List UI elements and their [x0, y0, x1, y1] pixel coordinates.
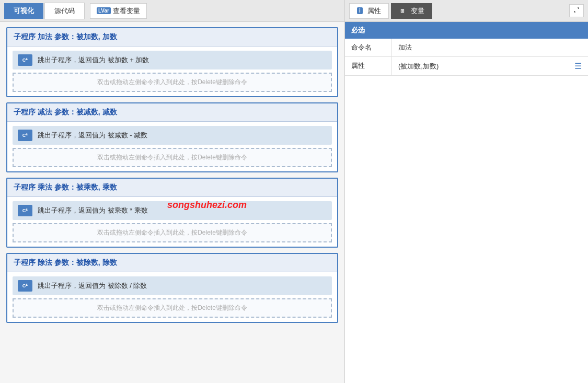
var-icon: ⊞: [399, 8, 406, 14]
prop-attributes-value-cell: (被加数,加数) ☰: [392, 57, 588, 75]
subroutine-div-body: C⁴ 跳出子程序，返回值为 被除数 / 除数 双击或拖动左侧命令插入到此处，按D…: [7, 272, 337, 322]
right-tab-properties-label: 属性: [367, 6, 381, 16]
expand-icon: [573, 7, 580, 13]
info-icon: i: [357, 7, 363, 14]
right-content: 必选 命令名 加法 属性 (被加数,加数) ☰: [345, 22, 588, 383]
drop-zone-div[interactable]: 双击或拖动左侧命令插入到此处，按Delete键删除命令: [13, 298, 332, 318]
prop-command-name-label: 命令名: [345, 39, 392, 56]
prop-row-command-name: 命令名 加法: [345, 39, 588, 57]
command-text-sub: 跳出子程序，返回值为 被减数 - 减数: [38, 131, 147, 140]
list-icon[interactable]: ☰: [574, 61, 582, 71]
main-content: 子程序 加法 参数：被加数, 加数 C⁴ 跳出子程序，返回值为 被加数 + 加数…: [0, 22, 344, 383]
drop-zone-mul[interactable]: 双击或拖动左侧命令插入到此处，按Delete键删除命令: [13, 223, 332, 242]
command-icon-add: C⁴: [18, 54, 32, 66]
command-row-mul[interactable]: C⁴ 跳出子程序，返回值为 被乘数 * 乘数: [13, 201, 332, 220]
properties-table: 命令名 加法 属性 (被加数,加数) ☰: [345, 39, 588, 76]
command-text-add: 跳出子程序，返回值为 被加数 + 加数: [38, 55, 149, 65]
subroutine-mul-header: 子程序 乘法 参数：被乘数, 乘数: [7, 179, 337, 197]
right-panel: i 属性 ⊞ 变量 必选 命令名 加法 属性: [345, 0, 588, 383]
right-tab-variables[interactable]: ⊞ 变量: [391, 3, 432, 19]
subroutine-div: 子程序 除法 参数：被除数, 除数 C⁴ 跳出子程序，返回值为 被除数 / 除数…: [6, 253, 338, 323]
prop-command-name-value: 加法: [392, 39, 588, 56]
left-panel: 可视化 源代码 LVar 查看变量 子程序 加法 参数：被加数, 加数 C⁴ 跳…: [0, 0, 345, 383]
lvar-icon: LVar: [97, 7, 111, 14]
subroutine-mul-body: C⁴ 跳出子程序，返回值为 被乘数 * 乘数 双击或拖动左侧命令插入到此处，按D…: [7, 197, 337, 247]
subroutine-mul: 子程序 乘法 参数：被乘数, 乘数 C⁴ 跳出子程序，返回值为 被乘数 * 乘数…: [6, 178, 338, 248]
subroutine-add-header: 子程序 加法 参数：被加数, 加数: [7, 28, 337, 47]
subroutine-sub-body: C⁴ 跳出子程序，返回值为 被减数 - 减数 双击或拖动左侧命令插入到此处，按D…: [7, 122, 337, 171]
command-row-add[interactable]: C⁴ 跳出子程序，返回值为 被加数 + 加数: [13, 51, 332, 69]
tab-source-code[interactable]: 源代码: [44, 3, 85, 19]
subroutine-add: 子程序 加法 参数：被加数, 加数 C⁴ 跳出子程序，返回值为 被加数 + 加数…: [6, 27, 338, 97]
prop-row-attributes: 属性 (被加数,加数) ☰: [345, 57, 588, 76]
subroutine-div-header: 子程序 除法 参数：被除数, 除数: [7, 254, 337, 272]
command-icon-mul: C⁴: [18, 205, 32, 216]
expand-button[interactable]: [569, 4, 584, 17]
command-row-sub[interactable]: C⁴ 跳出子程序，返回值为 被减数 - 减数: [13, 126, 332, 145]
subroutine-sub-header: 子程序 减法 参数：被减数, 减数: [7, 103, 337, 122]
prop-attributes-value: (被加数,加数): [398, 62, 439, 71]
command-row-div[interactable]: C⁴ 跳出子程序，返回值为 被除数 / 除数: [13, 276, 332, 295]
tab-bar: 可视化 源代码 LVar 查看变量: [0, 0, 344, 22]
right-tab-bar: i 属性 ⊞ 变量: [345, 0, 588, 22]
command-text-mul: 跳出子程序，返回值为 被乘数 * 乘数: [38, 206, 148, 215]
command-icon-div: C⁴: [18, 280, 32, 292]
view-variables-label: 查看变量: [113, 6, 140, 16]
section-required-header: 必选: [345, 22, 588, 39]
subroutine-add-body: C⁴ 跳出子程序，返回值为 被加数 + 加数 双击或拖动左侧命令插入到此处，按D…: [7, 47, 337, 96]
right-tab-variables-label: 变量: [411, 6, 424, 16]
subroutine-sub: 子程序 减法 参数：被减数, 减数 C⁴ 跳出子程序，返回值为 被减数 - 减数…: [6, 102, 338, 172]
command-icon-sub: C⁴: [18, 130, 32, 141]
prop-attributes-label: 属性: [345, 57, 392, 75]
drop-zone-sub[interactable]: 双击或拖动左侧命令插入到此处，按Delete键删除命令: [13, 148, 332, 167]
drop-zone-add[interactable]: 双击或拖动左侧命令插入到此处，按Delete键删除命令: [13, 73, 332, 92]
tab-visualization[interactable]: 可视化: [4, 3, 43, 19]
tab-view-variables[interactable]: LVar 查看变量: [90, 3, 147, 19]
command-text-div: 跳出子程序，返回值为 被除数 / 除数: [38, 281, 147, 291]
right-tab-properties[interactable]: i 属性: [349, 3, 389, 19]
